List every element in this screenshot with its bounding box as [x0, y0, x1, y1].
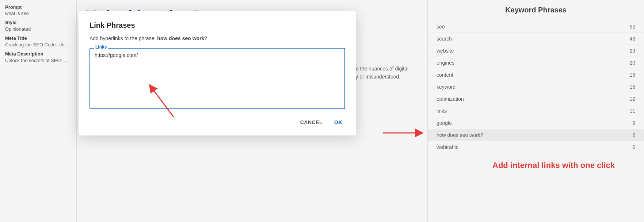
- links-textarea[interactable]: [95, 52, 340, 103]
- modal-subtitle: Add hyperlinks to the phrase: how does s…: [89, 35, 345, 41]
- links-legend: Links: [94, 45, 108, 50]
- links-fieldset: Links: [89, 48, 345, 109]
- ok-button[interactable]: OK: [331, 117, 345, 127]
- modal-subtitle-phrase: how does seo work?: [157, 35, 207, 41]
- cancel-button[interactable]: CANCEL: [297, 117, 325, 127]
- modal-title: Link Phrases: [89, 21, 345, 30]
- modal-subtitle-prefix: Add hyperlinks to the phrase:: [89, 35, 157, 41]
- modal-actions: CANCEL OK: [89, 117, 345, 127]
- link-phrases-modal: Link Phrases Add hyperlinks to the phras…: [79, 11, 356, 135]
